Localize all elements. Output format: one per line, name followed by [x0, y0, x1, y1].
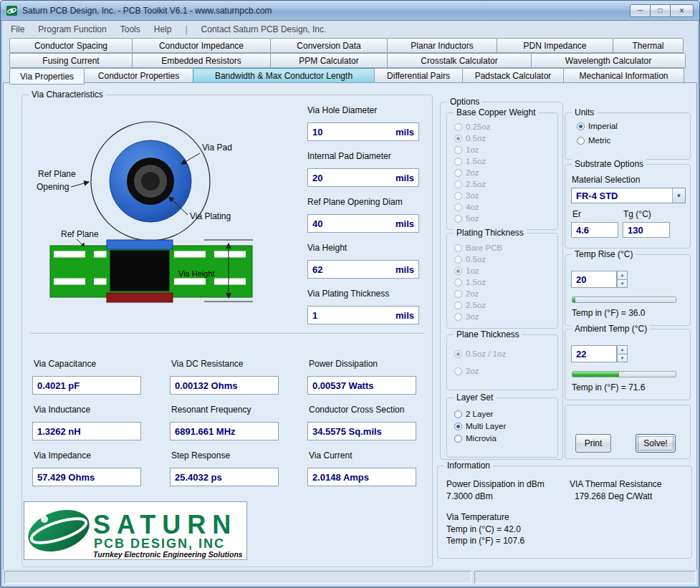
menu-file[interactable]: File [11, 24, 24, 34]
via-plating-thickness-input[interactable]: 1 mils [307, 306, 419, 324]
menu-program-function[interactable]: Program Function [38, 24, 106, 34]
tg-input[interactable]: 130 [623, 222, 670, 238]
radio-copper-5oz[interactable]: 5oz [454, 214, 491, 223]
ambient-temp-input[interactable]: 22 [571, 345, 617, 362]
radio-label: 1.5oz [466, 278, 486, 286]
temp-rise-input[interactable]: 20 [571, 271, 617, 288]
tab-ppm-calculator[interactable]: PPM Calculator [270, 53, 388, 68]
menu-contact-link[interactable]: Contact Saturn PCB Design, Inc. [201, 24, 327, 34]
radio-plane-05oz-1oz[interactable]: 0.5oz / 1oz [454, 350, 506, 358]
radio-dot [577, 122, 585, 130]
radio-copper-25oz[interactable]: 2.5oz [454, 180, 491, 188]
close-button[interactable]: × [670, 4, 694, 17]
radio-dot [454, 158, 462, 165]
radio-multi-layer[interactable]: Multi Layer [454, 422, 506, 430]
radio-dot [577, 137, 585, 145]
radio-imperial[interactable]: Imperial [577, 122, 618, 130]
radio-plane-2oz[interactable]: 2oz [454, 367, 506, 375]
radio-label: 2oz [466, 367, 479, 375]
tab-pdn-impedance[interactable]: PDN Impedance [497, 38, 613, 53]
radio-metric[interactable]: Metric [577, 136, 618, 145]
via-inductance-value: 1.3262 nH [37, 426, 81, 437]
actions-panel: Print Solve! [565, 405, 691, 459]
tab-planar-inductors[interactable]: Planar Inductors [387, 38, 497, 53]
temp-rise-spinner: ▲ ▼ [617, 271, 628, 288]
plane-thickness-group: Plane Thickness 0.5oz / 1oz 2oz [446, 334, 558, 390]
logo-globe [24, 503, 95, 559]
radio-microvia[interactable]: Microvia [454, 434, 506, 443]
information-title: Information [444, 461, 493, 471]
radio-dot [454, 215, 462, 223]
print-button[interactable]: Print [575, 434, 611, 453]
spin-down-icon[interactable]: ▼ [617, 354, 628, 363]
menu-bar: File Program Function Tools Help | Conta… [3, 21, 697, 37]
tab-thermal[interactable]: Thermal [613, 38, 684, 53]
ref-plane-opening-diam-input[interactable]: 40 mils [307, 214, 419, 233]
status-cell-right [474, 571, 696, 584]
radio-plating-3oz[interactable]: 3oz [454, 312, 502, 321]
tab-conductor-properties[interactable]: Conductor Properties [84, 68, 193, 83]
via-hole-diameter-unit: mils [390, 127, 414, 138]
radio-label: 5oz [466, 214, 479, 223]
radio-plating-15oz[interactable]: 1.5oz [454, 278, 502, 286]
menu-tools[interactable]: Tools [120, 24, 140, 34]
ref-plane-opening-diam-label: Ref Plane Opening Diam [307, 197, 403, 207]
tab-conductor-impedance[interactable]: Conductor Impedance [132, 38, 271, 53]
layer-set-title: Layer Set [454, 392, 496, 403]
radio-copper-3oz[interactable]: 3oz [454, 191, 491, 200]
maximize-button[interactable]: □ [650, 4, 671, 17]
radio-2-layer[interactable]: 2 Layer [454, 410, 506, 418]
tg-label: Tg (°C) [623, 209, 651, 219]
via-height-input[interactable]: 62 mils [307, 260, 419, 279]
radio-dot [454, 313, 462, 321]
tab-padstack-calculator[interactable]: Padstack Calculator [462, 68, 564, 83]
radio-plating-25oz[interactable]: 2.5oz [454, 301, 502, 309]
solve-button[interactable]: Solve! [636, 434, 676, 453]
tab-conversion-data[interactable]: Conversion Data [270, 38, 388, 53]
radio-label: 2.5oz [466, 180, 486, 188]
radio-label: Metric [588, 136, 610, 145]
tab-via-properties[interactable]: Via Properties [9, 68, 85, 85]
radio-copper-4oz[interactable]: 4oz [454, 203, 491, 211]
radio-copper-2oz[interactable]: 2oz [454, 168, 491, 177]
tab-embedded-resistors[interactable]: Embedded Resistors [132, 53, 271, 68]
minimize-button[interactable]: ─ [630, 4, 651, 17]
temp-rise-slider[interactable] [572, 297, 676, 303]
tab-differential-pairs[interactable]: Differential Pairs [374, 68, 463, 83]
radio-plating-2oz[interactable]: 2oz [454, 289, 502, 298]
via-hole-center [141, 172, 160, 191]
radio-label: 2oz [466, 168, 479, 177]
radio-plating-1oz[interactable]: 1oz [454, 266, 502, 275]
er-input[interactable]: 4.6 [571, 222, 618, 238]
radio-copper-1oz[interactable]: 1oz [454, 145, 491, 154]
spin-down-icon[interactable]: ▼ [617, 279, 628, 289]
internal-pad-diameter-input[interactable]: 20 mils [307, 168, 419, 187]
chevron-down-icon[interactable]: ▼ [672, 188, 685, 203]
radio-copper-025oz[interactable]: 0.25oz [454, 122, 491, 131]
tab-crosstalk-calculator[interactable]: Crosstalk Calculator [387, 53, 532, 68]
tab-fusing-current[interactable]: Fusing Current [9, 53, 133, 68]
ambient-temp-slider[interactable] [572, 371, 676, 377]
ambient-temp-value: 22 [576, 349, 586, 360]
options-group: Options Base Copper Weight 0.25oz 0.5oz … [440, 102, 563, 460]
menu-help[interactable]: Help [154, 24, 172, 34]
tab-mechanical-information[interactable]: Mechanical Information [563, 68, 684, 83]
ambient-temp-group: Ambient Temp (°C) 22 ▲ ▼ Temp in (°F) = … [565, 329, 691, 400]
internal-pad-diameter-label: Internal Pad Diameter [307, 151, 391, 161]
radio-plating-bare-pcb[interactable]: Bare PCB [454, 244, 502, 252]
via-dc-resistance-label: Via DC Resistance [171, 359, 244, 369]
radio-plating-05oz[interactable]: 0.5oz [454, 255, 502, 264]
via-current-value: 2.0148 Amps [312, 472, 369, 483]
resonant-frequency-value: 6891.661 MHz [175, 426, 236, 437]
via-temperature-f: Temp in (°F) = 107.6 [446, 536, 524, 546]
tab-wavelength-calculator[interactable]: Wavelength Calculator [531, 53, 686, 68]
slider-fill [572, 297, 575, 302]
tab-bandwidth-max-conductor-length[interactable]: Bandwidth & Max Conductor Length [193, 68, 375, 83]
radio-copper-15oz[interactable]: 1.5oz [454, 157, 491, 165]
material-selection-dropdown[interactable]: FR-4 STD ▼ [571, 188, 686, 203]
plating-thickness-title: Plating Thickness [454, 228, 527, 238]
radio-copper-05oz[interactable]: 0.5oz [454, 134, 491, 143]
radio-dot [454, 146, 462, 154]
via-hole-diameter-input[interactable]: 10 mils [307, 122, 419, 141]
tab-conductor-spacing[interactable]: Conductor Spacing [9, 38, 133, 53]
